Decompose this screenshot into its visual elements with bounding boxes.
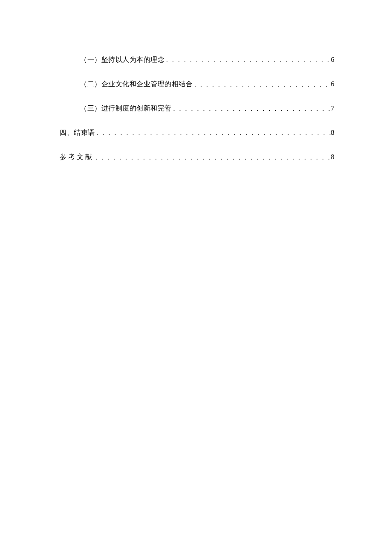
toc-entry-label: 四、结束语 <box>60 128 95 137</box>
toc-entry-page: 6 <box>331 80 335 88</box>
toc-entry: （三）进行制度的创新和完善 7 <box>60 104 334 113</box>
toc-leader-dots <box>172 105 331 113</box>
toc-leader-dots <box>164 56 331 64</box>
toc-entry-page: 8 <box>331 153 335 161</box>
toc-entry: （一）坚持以人为本的理念 6 <box>60 55 334 64</box>
toc-entry-page: 8 <box>331 129 335 137</box>
toc-entry-page: 6 <box>331 56 335 64</box>
toc-leader-dots <box>193 81 331 88</box>
toc-leader-dots <box>95 129 331 137</box>
toc-entry-label: 参考文献 <box>60 153 94 162</box>
document-page: （一）坚持以人为本的理念 6 （二）企业文化和企业管理的相结合 6 （三）进行制… <box>0 0 392 162</box>
toc-entry-label: （二）企业文化和企业管理的相结合 <box>80 80 193 89</box>
toc-entry-page: 7 <box>331 105 335 112</box>
toc-entry-label: （一）坚持以人为本的理念 <box>80 55 164 64</box>
toc-entry: 四、结束语 8 <box>60 128 334 137</box>
toc-leader-dots <box>94 154 331 161</box>
toc-entry: （二）企业文化和企业管理的相结合 6 <box>60 80 334 89</box>
toc-entry: 参考文献 8 <box>60 153 334 162</box>
toc-entry-label: （三）进行制度的创新和完善 <box>80 104 172 113</box>
